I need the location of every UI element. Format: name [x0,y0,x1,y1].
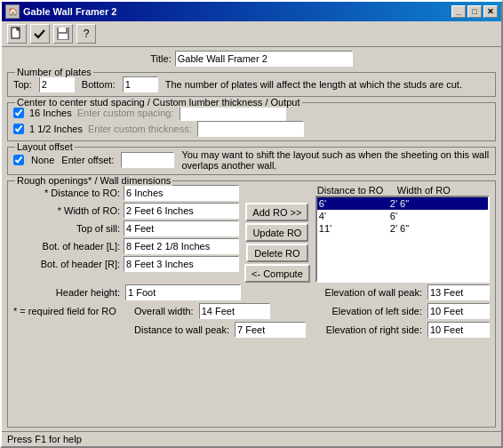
cb-16-label: 16 Inches [29,108,72,118]
elev-peak-label: Elevation of wall peak: [325,287,422,298]
compute-button[interactable]: <- Compute [244,264,310,283]
overall-width-label: Overall width: [134,306,194,316]
width-ro-col-header: Width of RO [397,185,451,196]
cb-1half-inches[interactable] [13,124,24,134]
bot-header-l-row: Bot. of header [L]: [13,238,239,254]
status-text: Press F1 for help [7,434,82,444]
ro-group-label: Rough openings* / Wall dimensions [15,175,172,186]
ro-buttons: Add RO >> Update RO Delete RO <- Compute [244,203,310,283]
required-note: * = required field for RO [13,306,129,316]
dist-ro-row: * Distance to RO: [13,185,239,201]
minimize-button[interactable]: _ [451,5,466,18]
custom-thickness-label: Enter custom thickness: [88,124,192,134]
bottom-row-2: Distance to wall peak: Elevation of righ… [13,322,490,338]
custom-spacing-label: Enter custom spacing: [77,108,174,118]
dist-peak-input[interactable] [235,322,306,338]
layout-group: Layout offset None Enter offset: You may… [7,147,496,175]
elev-peak-input[interactable] [427,284,490,300]
offset-input[interactable] [121,152,174,168]
bot-header-r-input[interactable] [124,256,239,272]
svg-rect-3 [59,28,66,32]
ro-inputs: * Distance to RO: * Width of RO: Top of … [13,185,239,283]
list-headers: Distance to RO Width of RO [315,185,490,196]
bottom-label: Bottom: [82,79,116,90]
window-title: Gable Wall Framer 2 [23,6,116,17]
toolbar-btn-1[interactable] [7,24,27,44]
spacing-group-label: Center to center stud spacing / Custom l… [15,97,302,108]
bot-header-l-input[interactable] [124,238,239,254]
plates-group: Number of plates Top: Bottom: The number… [7,72,496,97]
plates-note: The number of plates will affect the len… [165,79,490,90]
overall-width-input[interactable] [199,303,270,319]
svg-rect-4 [59,34,68,39]
offset-label: Enter offset: [61,155,114,165]
top-input[interactable] [39,76,75,92]
delete-ro-button[interactable]: Delete RO [246,244,308,262]
top-sill-label: Top of sill: [13,223,120,234]
dist-peak-label: Distance to wall peak: [134,324,229,335]
dist-ro-input[interactable] [124,185,239,201]
toolbar-btn-2[interactable] [30,24,50,44]
title-input[interactable] [175,51,353,67]
top-sill-input[interactable] [124,220,239,236]
plates-group-label: Number of plates [15,67,93,77]
elev-right-label: Elevation of right side: [326,324,422,335]
header-height-row: Header height: Elevation of wall peak: [13,284,490,300]
top-sill-row: Top of sill: [13,220,239,236]
width-ro-input[interactable] [124,203,239,219]
list-item[interactable]: 6' 2' 6" [317,197,488,210]
elev-left-label: Elevation of left side: [331,306,422,316]
help-button[interactable]: ? [76,24,96,44]
top-label: Top: [13,79,32,90]
width-ro-row: * Width of RO: [13,203,239,219]
spacing-group: Center to center stud spacing / Custom l… [7,102,496,141]
layout-group-label: Layout offset [15,141,75,152]
list-item[interactable]: 11' 2' 6" [317,222,488,235]
title-label: Title: [150,53,171,64]
header-height-input[interactable] [125,284,241,300]
toolbar-btn-3[interactable] [53,24,73,44]
add-ro-button[interactable]: Add RO >> [245,203,308,221]
window-icon: 🏠 [5,4,20,19]
dist-ro-label: * Distance to RO: [13,188,120,198]
bot-header-r-row: Bot. of header [R]: [13,256,239,272]
content-area: Title: Number of plates Top: Bottom: The… [2,47,501,431]
bot-header-l-label: Bot. of header [L]: [13,241,120,252]
plates-row: Top: Bottom: The number of plates will a… [13,76,490,92]
toolbar: ? [2,21,501,47]
update-ro-button[interactable]: Update RO [245,223,308,242]
ro-list-area: Distance to RO Width of RO 6' 2' 6" 4' 6… [315,185,490,283]
title-bar: 🏠 Gable Wall Framer 2 _ □ ✕ [2,2,501,21]
elev-right-input[interactable] [427,322,490,338]
list-item[interactable]: 4' 6' [317,210,488,222]
status-bar: Press F1 for help [2,431,501,446]
elev-left-input[interactable] [427,303,490,319]
layout-note: You may want to shift the layout such as… [181,149,490,171]
maximize-button[interactable]: □ [467,5,482,18]
cb-none-label: None [31,155,54,165]
bottom-input[interactable] [123,76,158,92]
custom-thickness-input[interactable] [197,121,304,137]
cb-16-inches[interactable] [13,108,24,118]
bottom-row-1: * = required field for RO Overall width:… [13,303,490,319]
ro-list[interactable]: 6' 2' 6" 4' 6' 11' 2' 6" [315,196,490,283]
cb-none[interactable] [13,155,24,165]
layout-row: None Enter offset: You may want to shift… [13,149,490,171]
dist-ro-col-header: Distance to RO [317,185,397,196]
title-row: Title: [7,51,496,67]
spacing-row-2: 1 1/2 Inches Enter custom thickness: [13,121,490,137]
ro-group: Rough openings* / Wall dimensions * Dist… [7,180,496,428]
close-button[interactable]: ✕ [483,5,498,18]
header-height-label: Header height: [13,287,120,298]
main-window: 🏠 Gable Wall Framer 2 _ □ ✕ ? Title: Num [0,0,503,448]
cb-1half-label: 1 1/2 Inches [29,124,83,134]
width-ro-label: * Width of RO: [13,205,120,216]
bot-header-r-label: Bot. of header [R]: [13,259,120,269]
